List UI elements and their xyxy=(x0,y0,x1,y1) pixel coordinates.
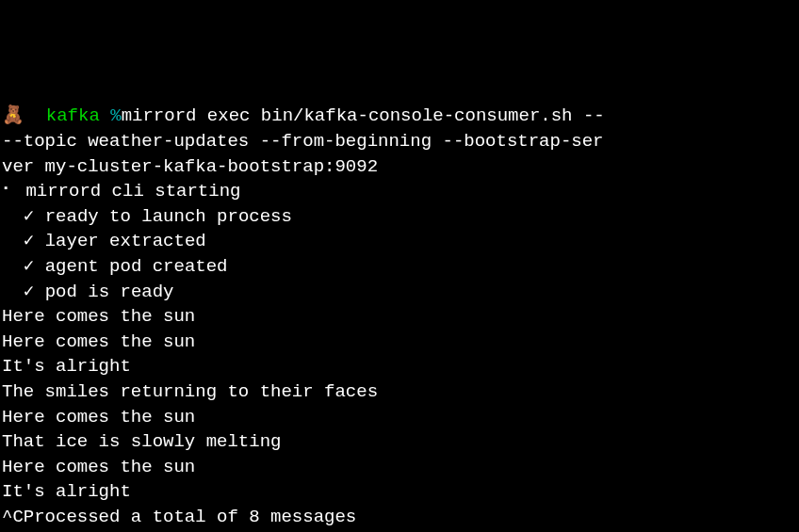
step-text: pod is ready xyxy=(45,282,174,302)
check-icon: ✓ xyxy=(24,206,34,227)
spinner-icon: ⠂ xyxy=(2,181,15,202)
output-line: Here comes the sun xyxy=(2,330,797,355)
prompt-line: 🧸 kafka %mirrord exec bin/kafka-console-… xyxy=(2,104,797,129)
output-line: Here comes the sun xyxy=(2,304,797,330)
output-line: The smiles returning to their faces xyxy=(2,379,797,405)
cli-status-text: mirrord cli starting xyxy=(25,181,240,202)
step-text: layer extracted xyxy=(45,231,206,251)
step-text: agent pod created xyxy=(45,256,228,277)
cli-status-line: ⠂ mirrord cli starting xyxy=(2,179,797,204)
command-input-line2: --topic weather-updates --from-beginning… xyxy=(2,129,797,154)
prompt-symbol: % xyxy=(110,105,121,126)
output-line: That ice is slowly melting xyxy=(2,429,797,455)
current-directory: kafka xyxy=(46,105,100,126)
output-line: It's alright xyxy=(2,354,797,379)
bear-icon: 🧸 xyxy=(2,104,24,129)
output-line: It's alright xyxy=(2,479,797,505)
output-line: Here comes the sun xyxy=(2,405,797,430)
step-text: ready to launch process xyxy=(45,206,292,227)
check-icon: ✓ xyxy=(24,231,34,251)
command-input-line3: ver my-cluster-kafka-bootstrap:9092 xyxy=(2,154,797,180)
command-input-line1[interactable]: mirrord exec bin/kafka-console-consumer.… xyxy=(122,105,616,126)
step-line: ✓ pod is ready xyxy=(2,280,797,305)
check-icon: ✓ xyxy=(24,256,34,277)
step-line: ✓ ready to launch process xyxy=(2,204,797,230)
step-line: ✓ agent pod created xyxy=(2,254,797,280)
check-icon: ✓ xyxy=(24,282,34,302)
output-line: ^CProcessed a total of 8 messages xyxy=(2,505,797,530)
output-line: Here comes the sun xyxy=(2,455,797,480)
step-line: ✓ layer extracted xyxy=(2,229,797,254)
